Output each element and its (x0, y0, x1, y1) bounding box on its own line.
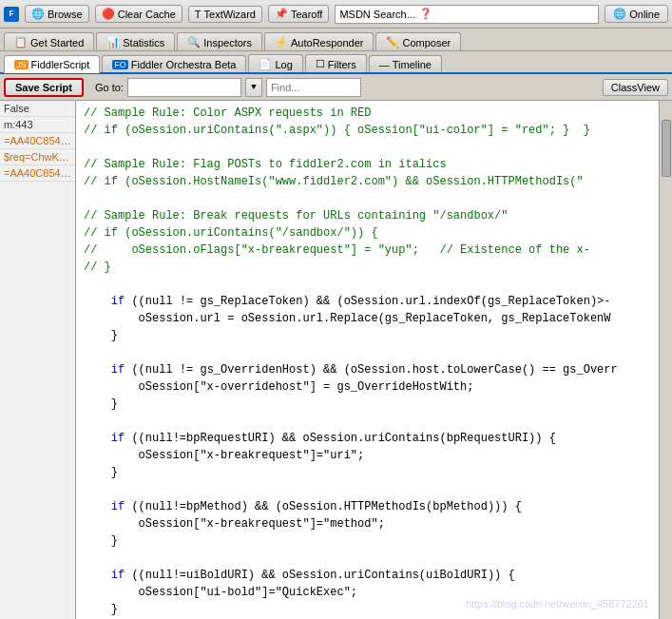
clear-cache-icon: 🔴 (102, 8, 115, 20)
tab-autoresponder[interactable]: ⚡ AutoResponder (264, 32, 374, 50)
main-content: False m:443 =AA40C8549CC $req=ChwKDG =AA… (0, 101, 672, 619)
fiddler-orchestra-icon: FO (112, 60, 128, 69)
watermark: https://blog.csdn.net/weixin_458772261 (466, 598, 649, 609)
online-icon: 🌐 (613, 8, 626, 20)
browse-icon: 🌐 (31, 8, 45, 20)
tearoff-button[interactable]: 📌 Tearoff (268, 5, 329, 23)
goto-label: Go to: (95, 82, 124, 93)
script-toolbar: Save Script Go to: ▼ ClassView (0, 74, 672, 101)
titlebar: F 🌐 Browse 🔴 Clear Cache T TextWizard 📌 … (0, 0, 672, 29)
save-script-button[interactable]: Save Script (4, 78, 84, 97)
log-icon: 📄 (259, 58, 272, 70)
tearoff-icon: 📌 (275, 8, 288, 20)
tab-fiddlerscript[interactable]: JS FiddlerScript (4, 55, 100, 73)
classview-button[interactable]: ClassView (603, 79, 668, 96)
list-item: =AA40C8549CC (0, 165, 75, 182)
tab-filters[interactable]: ☐ Filters (305, 54, 367, 72)
textwizard-icon: T (195, 9, 202, 20)
find-input[interactable] (266, 78, 361, 97)
code-content: // Sample Rule: Color ASPX requests in R… (76, 101, 659, 619)
browse-button[interactable]: 🌐 Browse (25, 5, 89, 23)
tab-timeline[interactable]: — Timeline (369, 55, 442, 72)
get-started-icon: 📋 (14, 36, 28, 48)
tab-composer[interactable]: ✏️ Composer (375, 32, 461, 50)
scroll-thumb[interactable] (662, 120, 671, 177)
composer-icon: ✏️ (386, 36, 399, 48)
search-icon: ❓ (419, 8, 432, 20)
clear-cache-button[interactable]: 🔴 Clear Cache (95, 5, 182, 23)
vertical-scrollbar[interactable] (659, 101, 672, 619)
goto-input[interactable] (127, 78, 241, 97)
autoresponder-icon: ⚡ (275, 36, 288, 48)
sub-tabbar: JS FiddlerScript FO Fiddler Orchestra Be… (0, 51, 672, 74)
tab-inspectors[interactable]: 🔍 Inspectors (177, 32, 262, 50)
app-icon: F (4, 7, 19, 22)
list-item: False (0, 101, 75, 117)
online-button[interactable]: 🌐 Online (605, 5, 668, 23)
inspectors-icon: 🔍 (187, 36, 201, 48)
tab-get-started[interactable]: 📋 Get Started (4, 32, 94, 50)
textwizard-button[interactable]: T TextWizard (188, 6, 262, 23)
list-item: =AA40C8549CC (0, 133, 75, 149)
goto-dropdown[interactable]: ▼ (245, 78, 262, 97)
fiddlerscript-icon: JS (14, 60, 29, 69)
tab-fiddler-orchestra[interactable]: FO Fiddler Orchestra Beta (102, 55, 246, 72)
timeline-icon: — (379, 59, 390, 70)
sidebar: False m:443 =AA40C8549CC $req=ChwKDG =AA… (0, 101, 76, 619)
msdn-search-area[interactable]: MSDN Search... ❓ (335, 5, 599, 24)
tab-statistics[interactable]: 📊 Statistics (96, 32, 175, 50)
statistics-icon: 📊 (106, 36, 120, 48)
code-editor[interactable]: // Sample Rule: Color ASPX requests in R… (76, 101, 659, 619)
main-tabbar: 📋 Get Started 📊 Statistics 🔍 Inspectors … (0, 29, 672, 51)
list-item: m:443 (0, 117, 75, 133)
tab-log[interactable]: 📄 Log (248, 54, 302, 72)
list-item: $req=ChwKDG (0, 149, 75, 165)
filters-icon: ☐ (316, 58, 325, 70)
